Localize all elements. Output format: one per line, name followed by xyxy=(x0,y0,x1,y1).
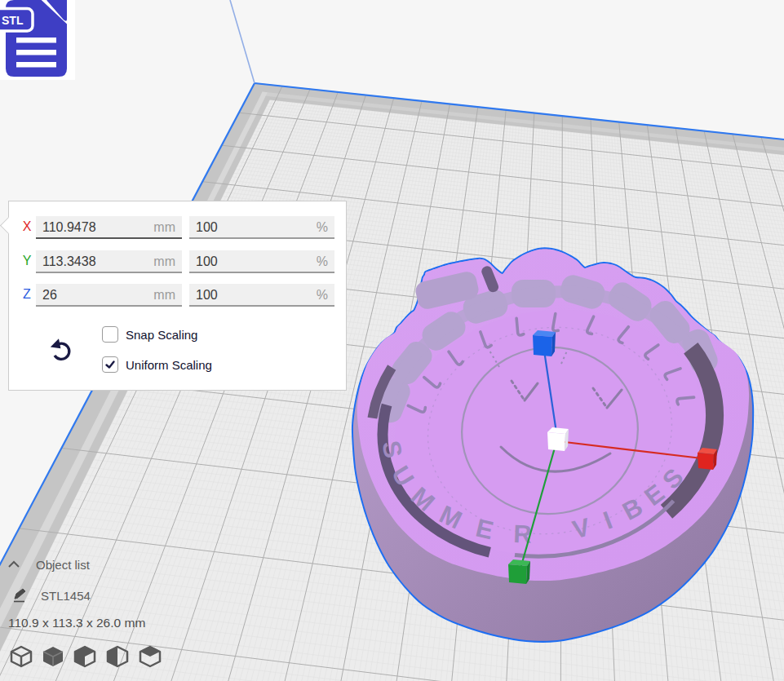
svg-text:STL: STL xyxy=(2,14,24,27)
